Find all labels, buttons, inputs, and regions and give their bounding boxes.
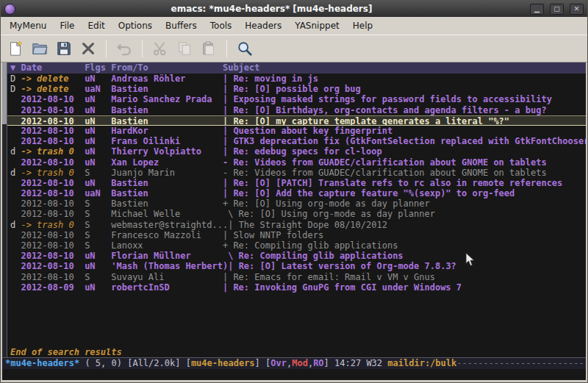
message-flags: S xyxy=(85,220,111,230)
message-subject: | Slow NNTP folders xyxy=(223,230,323,240)
menu-yasnippet[interactable]: YASnippet xyxy=(288,18,346,33)
message-from: Thierry Volpiatto xyxy=(111,146,223,157)
modeline-segment: W32 xyxy=(361,358,382,368)
message-row[interactable]: 2012-08-10uNXan Lopez- Re: Videos from G… xyxy=(7,157,586,168)
menu-options[interactable]: Options xyxy=(112,18,159,33)
message-flags: uN xyxy=(85,178,111,188)
message-from: webmaster@straightd... xyxy=(111,220,228,230)
close-button[interactable]: ✕ xyxy=(570,4,584,15)
message-row[interactable]: D-> deleteuaNBastien| Re: [O] possible o… xyxy=(7,84,586,94)
message-flags: uN xyxy=(85,282,111,293)
message-flags: S xyxy=(85,272,111,282)
message-row[interactable]: 2012-08-10SBastien+ Re: [O] Using org-mo… xyxy=(7,198,586,209)
message-row[interactable]: d-> trash 0SJuanjo Marin- Re: Videos fro… xyxy=(7,168,586,178)
message-row[interactable]: 2012-08-10uNHardKor| Question about key … xyxy=(7,126,586,136)
mark-action-label: -> trash 0 xyxy=(21,168,85,178)
column-subject[interactable]: Subject xyxy=(223,62,260,74)
new-file-icon[interactable] xyxy=(4,37,26,60)
cut-icon[interactable] xyxy=(149,37,171,60)
toolbar-separator xyxy=(142,40,143,57)
message-from: Francesco Mazzoli xyxy=(111,230,223,240)
message-date: 2012-08-10 xyxy=(21,240,85,251)
menu-buffers[interactable]: Buffers xyxy=(159,18,204,33)
message-from: Suvayu Ali xyxy=(111,272,223,282)
scrollbar-thumb[interactable] xyxy=(2,62,7,124)
message-from: Bastien xyxy=(111,116,223,125)
message-subject: | GTK3 deprecation fix (GtkFontSelection… xyxy=(223,136,586,146)
message-from: Bastien xyxy=(111,84,223,94)
modeline-segment: Mod xyxy=(292,358,308,368)
message-row[interactable]: 2012-08-10uN'Mash (Thomas Herbert)| Re: … xyxy=(7,261,586,271)
message-from: Juanjo Marin xyxy=(111,168,223,178)
message-date: 2012-08-10 xyxy=(21,178,85,188)
message-from: HardKor xyxy=(111,126,223,136)
message-row[interactable]: 2012-08-10uNBastien| Re: [O] [PATCH] Tra… xyxy=(7,178,586,188)
message-subject: \ Re: Compiling glib applications xyxy=(223,251,404,261)
menu-mymenu[interactable]: MyMenu xyxy=(3,18,53,33)
column-flags[interactable]: Flgs xyxy=(85,62,111,74)
message-date: 2012-08-10 xyxy=(21,230,85,240)
minimize-button[interactable]: ▁ xyxy=(530,4,544,15)
message-row[interactable]: 2012-08-10uNFrans Oilinki| GTK3 deprecat… xyxy=(7,136,586,146)
mode-line: *mu4e-headers* ( 5, 0) [All/2.0k] [mu4e-… xyxy=(2,357,586,369)
message-from: Bastien xyxy=(111,178,223,188)
message-from: Bastien xyxy=(111,188,223,198)
message-flags: uN xyxy=(85,105,111,115)
message-row[interactable]: 2012-08-10SFrancesco Mazzoli| Slow NNTP … xyxy=(7,230,586,240)
message-subject: | Exposing masked strings for password f… xyxy=(223,94,552,104)
toolbar-separator xyxy=(226,40,227,57)
message-row[interactable]: 2012-08-10SSuvayu Ali| Re: Emacs for ema… xyxy=(7,272,586,282)
copy-icon[interactable] xyxy=(173,37,196,60)
column-from[interactable]: From/To xyxy=(111,62,223,74)
mark-char: D xyxy=(10,74,21,84)
message-flags: uaN xyxy=(85,188,111,198)
message-subject: | The Straight Dope 08/10/2012 xyxy=(228,220,387,230)
menu-tools[interactable]: Tools xyxy=(204,18,239,33)
close-buffer-icon[interactable] xyxy=(77,37,99,60)
message-row[interactable]: d-> trash 0Swebmaster@straightd...| The … xyxy=(7,220,586,230)
message-row[interactable]: 2012-08-09uNrobertcInSD| Re: Invoking Gn… xyxy=(7,282,586,293)
column-date[interactable]: Date xyxy=(21,62,85,74)
message-row[interactable]: 2012-08-10uaNBastien| Re: [O] Add the ca… xyxy=(7,188,586,198)
mark-char xyxy=(10,272,21,282)
message-from: Xan Lopez xyxy=(111,157,223,168)
modeline-segment: 14:27 xyxy=(329,358,361,368)
save-buffer-icon[interactable] xyxy=(53,37,75,60)
mark-char xyxy=(10,198,21,209)
modeline-segment: mu4e-headers xyxy=(191,358,255,368)
message-date: 2012-08-10 xyxy=(21,94,85,104)
message-row[interactable]: 2012-08-10uNBastien| Re: [O] my capture … xyxy=(7,115,586,126)
search-icon[interactable] xyxy=(234,37,256,60)
menu-edit[interactable]: Edit xyxy=(82,18,112,33)
message-row[interactable]: d-> trash 0uNThierry Volpiatto| Re: edeb… xyxy=(7,146,586,157)
message-row[interactable]: 2012-08-10uNFlorian Müllner \ Re: Compil… xyxy=(7,251,586,261)
message-row[interactable]: 2012-08-10uNBastien| Re: [O] Birthdays, … xyxy=(7,105,586,115)
menu-help[interactable]: Help xyxy=(346,18,379,33)
echo-area[interactable] xyxy=(2,369,586,380)
message-date: 2012-08-10 xyxy=(21,136,85,146)
message-subject: - Re: Videos from GUADEC/clarification a… xyxy=(223,157,547,168)
message-row[interactable]: 2012-08-10SMichael Welle \ Re: [O] Using… xyxy=(7,209,586,219)
message-flags: uN xyxy=(85,126,111,136)
message-row[interactable]: D-> deleteuNAndreas Röhler| Re: moving i… xyxy=(7,74,586,84)
emacs-icon xyxy=(4,4,15,15)
modeline-segment: [ xyxy=(260,358,270,368)
mark-char xyxy=(10,240,21,251)
menu-headers[interactable]: Headers xyxy=(238,18,288,33)
paste-icon[interactable] xyxy=(198,37,220,60)
message-row[interactable]: 2012-08-10uNMario Sanchez Prada| Exposin… xyxy=(7,94,586,104)
mark-char xyxy=(10,230,21,240)
menu-file[interactable]: File xyxy=(53,18,81,33)
maximize-button[interactable]: ▢ xyxy=(550,4,564,15)
modeline-segment: Ovr xyxy=(270,358,287,368)
message-row[interactable]: 2012-08-10SLanoxx+ Re: Compiling glib ap… xyxy=(7,240,586,251)
scrollbar[interactable] xyxy=(2,62,7,357)
undo-icon[interactable] xyxy=(113,37,135,60)
message-subject: | Re: [O] Birthdays, org-contacts and ag… xyxy=(223,105,547,115)
mark-action-label: -> trash 0 xyxy=(21,146,85,157)
message-flags: S xyxy=(85,168,111,178)
message-flags: S xyxy=(85,230,111,240)
window-title: emacs: *mu4e-headers* [mu4e-headers] xyxy=(19,4,524,14)
open-file-icon[interactable] xyxy=(29,37,51,60)
end-of-results: End of search results xyxy=(7,347,586,357)
